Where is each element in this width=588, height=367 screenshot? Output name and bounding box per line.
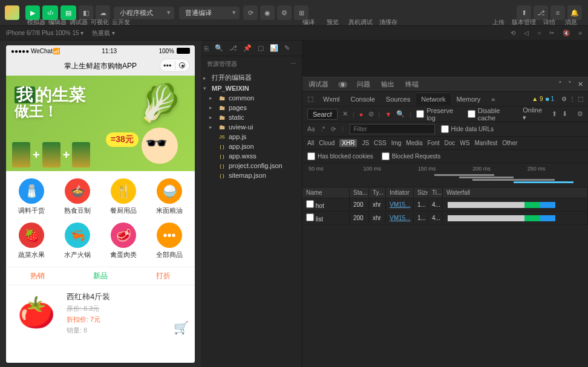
box-icon[interactable]: ▢ [258,44,264,52]
brush-icon[interactable]: ✎ [284,44,290,52]
file-project-config-json[interactable]: { }project.config.json [201,161,302,171]
tab-wxml[interactable]: Wxml [318,93,345,105]
row-checkbox[interactable] [306,213,314,221]
capsule-close-icon[interactable] [179,62,185,68]
capsule-more-icon[interactable]: ••• [160,61,175,70]
initiator-link[interactable]: VM15... [390,201,410,208]
pin-icon[interactable]: 📌 [243,44,252,52]
filter-toggle-icon[interactable]: ▼ [385,111,391,118]
rotate-icon[interactable]: ⟲ [511,30,515,36]
col-type[interactable]: Ty... [369,187,386,198]
add-to-cart-icon[interactable]: 🛒 [174,320,189,335]
filter-type-ws[interactable]: WS [460,140,469,146]
product-card[interactable]: 🍅 西红柿4斤装 原价: 8.3元 折扣价: 7元 销量: 8 🛒 [6,285,195,341]
filter-type-xhr[interactable]: XHR [339,139,357,147]
folder-common[interactable]: ▸🖿common [201,93,302,103]
request-row-hot[interactable]: hot 200 xhr VM15... 1... 4... [302,198,588,212]
regex-icon[interactable]: .* [321,126,325,132]
hide-data-urls-checkbox[interactable]: Hide data URLs [441,125,494,133]
more-sim-icon[interactable]: » [578,30,582,36]
warning-indicator[interactable]: ▲ 9 [532,96,543,102]
throttle-select[interactable]: Online ▾ [523,106,547,122]
file-sitemap-json[interactable]: { }sitemap.json [201,171,302,180]
folder-static[interactable]: ▸🖿static [201,112,302,122]
gear-icon[interactable]: ⚙ [561,96,567,102]
tab-sources[interactable]: Sources [381,93,415,105]
category-item-3[interactable]: 🍚米面粮油 [146,176,192,218]
info-indicator[interactable]: ■ 1 [546,96,554,102]
clear-icon[interactable]: ⊘ [368,110,374,118]
tab-console[interactable]: Console [346,93,380,105]
tree-open-editor[interactable]: ▸打开的编辑器 [201,72,302,83]
filter-type-cloud[interactable]: Cloud [319,140,335,146]
tab-memory[interactable]: Memory [452,93,486,105]
category-item-7[interactable]: •••全部商品 [146,220,192,262]
menu-icon[interactable]: ⋮ [569,96,575,102]
preview-icon[interactable]: ◉ [260,5,275,20]
file-app-json[interactable]: { }app.json [201,141,302,151]
filter-type-js[interactable]: JS [362,140,369,146]
close-search-icon[interactable]: ✕ [342,110,348,118]
row-checkbox[interactable] [306,200,314,208]
filter-type-other[interactable]: Other [502,140,517,146]
inspect-icon[interactable]: ⬚ [307,95,313,103]
col-size[interactable]: Size [414,187,428,198]
category-item-5[interactable]: 🦐水产火锅 [54,220,100,262]
explorer-more-icon[interactable]: ··· [291,60,296,67]
tab-network[interactable]: Network [416,93,450,105]
dock-icon[interactable]: ⬚ [578,96,583,102]
sound-icon[interactable]: 🔇 [563,30,570,36]
category-item-6[interactable]: 🥩禽蛋肉类 [100,220,146,262]
disable-cache-checkbox[interactable]: Disable cache [468,107,518,122]
aa-icon[interactable]: Aa [307,126,315,132]
copy-icon[interactable]: ⎘ [204,45,209,52]
filter-type-doc[interactable]: Doc [445,140,456,146]
upload-har-icon[interactable]: ⬆ [552,110,557,118]
timeline[interactable]: 50 ms 100 ms 150 ms 200 ms 250 ms [302,163,588,187]
chart-icon[interactable]: 📊 [270,44,278,52]
tab-terminal[interactable]: 终端 [404,77,420,91]
tab-hot[interactable]: 热销 [30,271,45,281]
category-item-2[interactable]: 🍴餐厨用品 [100,176,146,218]
filter-type-css[interactable]: CSS [374,140,387,146]
capsule-menu[interactable]: ••• [160,59,190,72]
category-item-1[interactable]: 🍲熟食豆制 [54,176,100,218]
banner[interactable]: 我的生菜 做王！ 🥬 =38元 ++ [6,76,195,171]
filter-type-all[interactable]: All [307,140,314,146]
tab-new[interactable]: 新品 [93,271,108,281]
search-input[interactable] [307,109,338,120]
branch-icon[interactable]: ⎇ [229,44,237,52]
hot-reload[interactable]: 热重载 ▾ [92,29,115,37]
back-icon[interactable]: ◁ [524,30,529,36]
tab-problem[interactable]: 问题 [356,77,371,91]
tab-more[interactable]: » [486,93,500,105]
net-gear-icon[interactable]: ⚙ [577,110,583,118]
filter-type-media[interactable]: Media [406,140,422,146]
home-icon[interactable]: ○ [537,30,541,36]
filter-input[interactable] [350,124,435,134]
col-status[interactable]: Sta... [350,187,369,198]
category-item-0[interactable]: 🧂调料干货 [8,176,54,218]
folder-uview-ui[interactable]: ▸🖿uview-ui [201,122,302,132]
col-time[interactable]: Ti... [428,187,443,198]
compile-icon[interactable]: ⟳ [243,5,258,20]
tab-output[interactable]: 输出 [380,77,396,91]
mode-dropdown[interactable]: 小程序模式 [114,7,174,19]
file-app-js[interactable]: JSapp.js [201,132,302,141]
search-toggle-icon[interactable]: 🔍 [396,110,405,118]
category-item-4[interactable]: 🍓蔬菜水果 [8,220,54,262]
chevron-down-icon[interactable]: ˅ [568,80,572,88]
tab-debugger[interactable]: 调试器 [307,77,330,91]
filter-type-img[interactable]: Img [391,140,402,146]
filter-type-font[interactable]: Font [428,140,440,146]
user-avatar[interactable] [5,5,19,20]
record-icon[interactable]: ● [359,111,364,118]
close-devtools-icon[interactable]: ✕ [578,80,583,88]
tab-discount[interactable]: 打折 [156,271,171,281]
cut-icon[interactable]: ✂ [549,30,554,36]
col-name[interactable]: Name [302,187,350,198]
folder-pages[interactable]: ▸🖿pages [201,103,302,112]
refresh-icon[interactable]: ⟳ [331,126,336,132]
col-initiator[interactable]: Initiator [386,187,414,198]
tree-root[interactable]: ▾MP_WEIXIN [201,83,302,93]
